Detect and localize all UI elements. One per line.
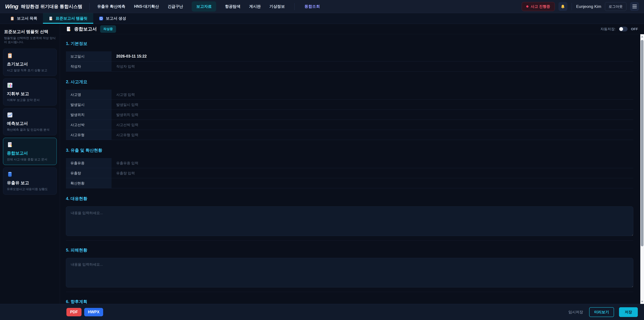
oil-drum-icon (7, 171, 53, 177)
user-name: Eunjeong Kim (576, 4, 601, 9)
status-badge: 작성중 (100, 25, 116, 33)
sidebar-subtitle: 템플릿을 선택하면 오른쪽에 작성 양식이 표시됩니다. (4, 36, 56, 44)
incident-dot-icon (526, 5, 528, 8)
template-card-desc: 지휘부 보고용 요약 문서 (7, 98, 53, 102)
section-heading: 5. 피해현황 (66, 247, 633, 252)
vertical-scrollbar[interactable] (640, 34, 644, 304)
form-row: 사고선박 (66, 120, 633, 130)
template-card[interactable]: 예측보고서확산예측 결과 및 민감자원 분석 (3, 108, 57, 135)
field-input[interactable] (116, 113, 628, 117)
clipboard-icon (7, 53, 53, 59)
field-input[interactable] (116, 161, 628, 165)
nav-item[interactable]: HNS·대기확산 (134, 4, 159, 9)
incident-status-label: 사고 진행중 (531, 4, 550, 9)
field-value-cell (112, 178, 633, 188)
incident-status-badge[interactable]: 사고 진행중 (522, 2, 554, 11)
field-value-cell (112, 100, 633, 110)
nav-item[interactable]: 통합조회 (304, 4, 320, 9)
section-divider (66, 292, 633, 292)
scrollbar-thumb[interactable] (641, 40, 644, 246)
nav-item[interactable]: 긴급구난 (168, 4, 183, 9)
menu-button[interactable] (630, 2, 639, 11)
nav-item[interactable]: 유출유 확산예측 (97, 4, 125, 9)
section-textarea[interactable] (66, 258, 633, 287)
field-input[interactable] (116, 65, 628, 69)
field-label: 유출유종 (66, 158, 112, 168)
nav-item[interactable]: 기상정보 (269, 4, 285, 9)
footer-right-cluster: 임시저장 미리보기 저장 (567, 307, 638, 317)
form-row: 사고명 (66, 90, 633, 100)
temp-save-button[interactable]: 임시저장 (567, 309, 584, 315)
field-value-cell (112, 158, 633, 168)
field-input[interactable] (116, 181, 628, 185)
export-hwpx-button[interactable]: HWPX (84, 308, 103, 316)
template-card-title: 초기보고서 (7, 61, 53, 67)
field-value-cell (112, 51, 633, 61)
field-input[interactable] (116, 123, 628, 127)
nav-item[interactable]: 보고자료 (192, 1, 216, 12)
form-row: 발생일시 (66, 100, 633, 110)
template-card-desc: 전체 사고 대응 종합 보고 문서 (7, 157, 53, 161)
memo-icon (66, 26, 71, 32)
field-label: 사고명 (66, 90, 112, 100)
field-input[interactable] (116, 133, 628, 137)
field-input[interactable] (116, 103, 628, 107)
nav-item[interactable]: 게시판 (249, 4, 260, 9)
report-tabbar: 보고서 목록표준보고서 템플릿보고서 생성 (0, 13, 644, 24)
export-pdf-button[interactable]: PDF (66, 308, 82, 316)
field-input[interactable] (116, 54, 628, 59)
template-card-desc: 유류오염사고 대응지원 상황도 (7, 187, 53, 191)
section-heading: 3. 유출 및 확산현황 (66, 148, 633, 153)
toggle-knob (619, 27, 623, 31)
bar-chart-icon (7, 82, 53, 88)
topbar-right-cluster: 사고 진행중 Eunjeong Kim 로그아웃 (522, 2, 639, 11)
nav-item[interactable]: 항공탐색 (225, 4, 240, 9)
preview-button[interactable]: 미리보기 (589, 307, 614, 317)
action-footer: PDF HWPX 임시저장 미리보기 저장 (0, 304, 644, 320)
tab[interactable]: 표준보고서 템플릿 (43, 13, 93, 24)
form-row: 확산현황 (66, 178, 633, 188)
memo-icon (49, 16, 53, 21)
scroll-up-arrow[interactable] (640, 34, 644, 39)
scroll-down-arrow[interactable] (640, 299, 644, 304)
field-value-cell (112, 120, 633, 130)
section-textarea[interactable] (66, 206, 633, 236)
template-card[interactable]: 종합보고서전체 사고 대응 종합 보고 문서 (3, 138, 57, 165)
template-card-desc: 확산예측 결과 및 민감자원 분석 (7, 128, 53, 132)
notification-bell-button[interactable] (558, 2, 567, 11)
hamburger-icon (632, 5, 637, 8)
field-label: 사고유형 (66, 130, 112, 140)
field-input[interactable] (116, 93, 628, 97)
field-input[interactable] (116, 171, 628, 175)
body-layout: 표준보고서 템플릿 선택 템플릿을 선택하면 오른쪽에 작성 양식이 표시됩니다… (0, 24, 644, 304)
template-card[interactable]: 초기보고서사고 발생 직후 초기 상황 보고 (3, 49, 57, 76)
form-row: 사고유형 (66, 130, 633, 140)
field-value-cell (112, 110, 633, 120)
template-sidebar: 표준보고서 템플릿 선택 템플릿을 선택하면 오른쪽에 작성 양식이 표시됩니다… (0, 24, 60, 304)
template-card-list: 초기보고서사고 발생 직후 초기 상황 보고지휘부 보고지휘부 보고용 요약 문… (3, 49, 57, 195)
form-row: 발생위치 (66, 110, 633, 120)
report-form: 1. 기본정보보고일시작성자2. 사고개요사고명발생일시발생위치사고선박사고유형… (60, 34, 640, 304)
tab[interactable]: 보고서 생성 (93, 13, 132, 24)
autosave-toggle[interactable] (619, 27, 628, 31)
section-divider (66, 240, 633, 240)
app-title: 해양환경 위기대응 통합시스템 (21, 4, 82, 10)
field-label: 확산현황 (66, 178, 112, 188)
template-card-title: 예측보고서 (7, 121, 53, 126)
app-window: Wing 해양환경 위기대응 통합시스템 유출유 확산예측HNS·대기확산긴급구… (0, 0, 644, 320)
template-card[interactable]: 유출유 보고유류오염사고 대응지원 상황도 (3, 167, 57, 195)
report-main: 종합보고서 작성중 자동저장: OFF 1. 기본정보보고일시작성자2. 사고개… (60, 24, 644, 304)
tab-label: 보고서 목록 (17, 16, 37, 21)
template-card[interactable]: 지휘부 보고지휘부 보고용 요약 문서 (3, 78, 57, 106)
autosave-state: OFF (631, 27, 638, 31)
bell-icon (560, 4, 565, 9)
logout-button[interactable]: 로그아웃 (605, 2, 626, 11)
template-card-title: 유출유 보고 (7, 180, 53, 186)
field-value-cell (112, 130, 633, 140)
nav-divider (294, 3, 295, 10)
clipboard-icon (10, 16, 14, 21)
template-card-title: 지휘부 보고 (7, 91, 53, 97)
tab[interactable]: 보고서 목록 (4, 13, 43, 24)
topbar-divider (572, 3, 572, 10)
save-button[interactable]: 저장 (619, 307, 638, 317)
